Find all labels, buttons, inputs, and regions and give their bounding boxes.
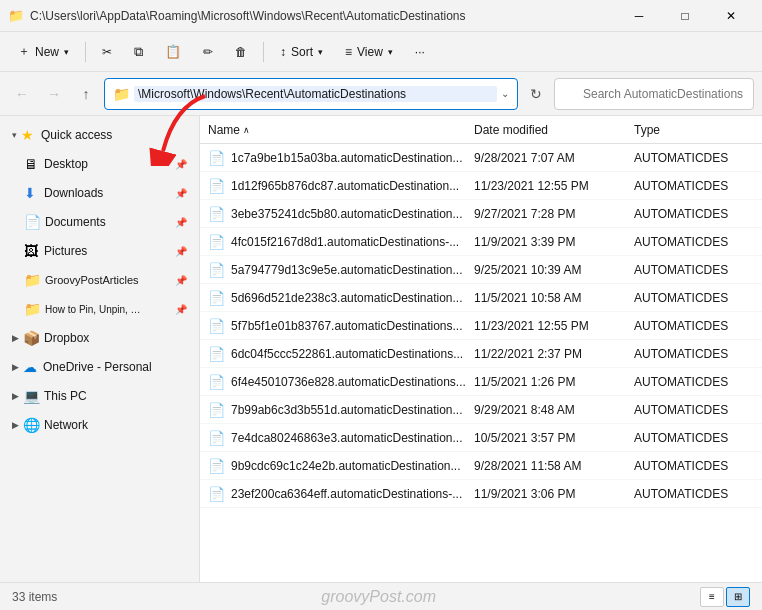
paste-button[interactable]: 📋 (155, 36, 191, 68)
address-text: \Microsoft\Windows\Recent\AutomaticDesti… (134, 86, 497, 102)
file-date: 11/9/2021 3:06 PM (474, 487, 634, 501)
file-date: 9/29/2021 8:48 AM (474, 403, 634, 417)
sidebar-item-downloads[interactable]: ⬇ Downloads 📌 (4, 179, 195, 207)
cut-button[interactable]: ✂ (92, 36, 122, 68)
file-list-header: Name ∧ Date modified Type (200, 116, 762, 144)
details-view-button[interactable]: ≡ (700, 587, 724, 607)
rename-button[interactable]: ✏ (193, 36, 223, 68)
file-name: 5f7b5f1e01b83767.automaticDestinations..… (231, 319, 474, 333)
file-type: AUTOMATICDES (634, 375, 754, 389)
pin-icon-desktop: 📌 (175, 159, 187, 170)
file-icon: 📄 (208, 206, 225, 222)
file-type: AUTOMATICDES (634, 179, 754, 193)
sidebar-section-dropbox[interactable]: ▶ 📦 Dropbox (4, 324, 195, 352)
table-row[interactable]: 📄 5d696d521de238c3.automaticDestination.… (200, 284, 762, 312)
thispc-icon: 💻 (23, 388, 40, 404)
maximize-button[interactable]: □ (662, 0, 708, 32)
network-icon: 🌐 (23, 417, 40, 433)
file-date: 11/9/2021 3:39 PM (474, 235, 634, 249)
table-row[interactable]: 📄 5f7b5f1e01b83767.automaticDestinations… (200, 312, 762, 340)
onedrive-icon: ☁ (23, 359, 39, 375)
sort-button[interactable]: ↕ Sort ▾ (270, 36, 333, 68)
pin-icon-groovypost: 📌 (175, 275, 187, 286)
sidebar-section-quick-access[interactable]: ▾ ★ Quick access (4, 121, 195, 149)
rename-icon: ✏ (203, 45, 213, 59)
table-row[interactable]: 📄 9b9cdc69c1c24e2b.automaticDestination.… (200, 452, 762, 480)
table-row[interactable]: 📄 6dc04f5ccc522861.automaticDestinations… (200, 340, 762, 368)
address-bar: ← → ↑ 📁 \Microsoft\Windows\Recent\Automa… (0, 72, 762, 116)
table-row[interactable]: 📄 23ef200ca6364eff.automaticDestinations… (200, 480, 762, 508)
table-row[interactable]: 📄 7e4dca80246863e3.automaticDestination.… (200, 424, 762, 452)
table-row[interactable]: 📄 7b99ab6c3d3b551d.automaticDestination.… (200, 396, 762, 424)
title-bar: 📁 C:\Users\lori\AppData\Roaming\Microsof… (0, 0, 762, 32)
sidebar-item-desktop[interactable]: 🖥 Desktop 📌 (4, 150, 195, 178)
up-button[interactable]: ↑ (72, 80, 100, 108)
address-bar-input[interactable]: 📁 \Microsoft\Windows\Recent\AutomaticDes… (104, 78, 518, 110)
new-button[interactable]: ＋ New ▾ (8, 36, 79, 68)
groovypost-icon: 📁 (24, 272, 41, 288)
quick-access-star-icon: ★ (21, 127, 37, 143)
minimize-button[interactable]: ─ (616, 0, 662, 32)
search-input[interactable] (554, 78, 754, 110)
file-icon: 📄 (208, 318, 225, 334)
table-row[interactable]: 📄 4fc015f2167d8d1.automaticDestinations-… (200, 228, 762, 256)
delete-button[interactable]: 🗑 (225, 36, 257, 68)
file-name: 1d12f965b876dc87.automaticDestination... (231, 179, 474, 193)
column-name-header[interactable]: Name ∧ (208, 123, 474, 137)
file-name: 7b99ab6c3d3b551d.automaticDestination... (231, 403, 474, 417)
sidebar-item-pictures[interactable]: 🖼 Pictures 📌 (4, 237, 195, 265)
table-row[interactable]: 📄 1c7a9be1b15a03ba.automaticDestination.… (200, 144, 762, 172)
view-toggle-buttons: ≡ ⊞ (700, 587, 750, 607)
pin-icon-downloads: 📌 (175, 188, 187, 199)
table-row[interactable]: 📄 6f4e45010736e828.automaticDestinations… (200, 368, 762, 396)
column-type-header[interactable]: Type (634, 123, 754, 137)
address-chevron-icon[interactable]: ⌄ (501, 88, 509, 99)
column-date-header[interactable]: Date modified (474, 123, 634, 137)
file-date: 9/28/2021 11:58 AM (474, 459, 634, 473)
sidebar-item-groovypost[interactable]: 📁 GroovyPostArticles 📌 (4, 266, 195, 294)
file-type: AUTOMATICDES (634, 487, 754, 501)
window-controls: ─ □ ✕ (616, 0, 754, 32)
file-area: Name ∧ Date modified Type 📄 1c7a9be1b15a… (200, 116, 762, 582)
main-container: ▾ ★ Quick access 🖥 Desktop 📌 ⬇ Downloads… (0, 116, 762, 582)
sort-icon: ↕ (280, 45, 286, 59)
sidebar-item-documents[interactable]: 📄 Documents 📌 (4, 208, 195, 236)
back-button[interactable]: ← (8, 80, 36, 108)
documents-icon: 📄 (24, 214, 41, 230)
file-date: 11/23/2021 12:55 PM (474, 319, 634, 333)
watermark-text: groovyPost.com (65, 588, 692, 606)
file-icon: 📄 (208, 430, 225, 446)
close-button[interactable]: ✕ (708, 0, 754, 32)
file-date: 11/5/2021 1:26 PM (474, 375, 634, 389)
view-button[interactable]: ≡ View ▾ (335, 36, 403, 68)
refresh-button[interactable]: ↻ (522, 80, 550, 108)
copy-button[interactable]: ⧉ (124, 36, 153, 68)
cut-icon: ✂ (102, 45, 112, 59)
onedrive-chevron: ▶ (12, 362, 19, 372)
table-row[interactable]: 📄 5a794779d13c9e5e.automaticDestination.… (200, 256, 762, 284)
table-row[interactable]: 📄 1d12f965b876dc87.automaticDestination.… (200, 172, 762, 200)
more-button[interactable]: ··· (405, 36, 435, 68)
file-name: 5a794779d13c9e5e.automaticDestination... (231, 263, 474, 277)
desktop-icon: 🖥 (24, 156, 40, 172)
sidebar-item-howtopin[interactable]: 📁 How to Pin, Unpin, Hide, and Re 📌 (4, 295, 195, 323)
separator-1 (85, 42, 86, 62)
table-row[interactable]: 📄 3ebe375241dc5b80.automaticDestination.… (200, 200, 762, 228)
file-icon: 📄 (208, 150, 225, 166)
file-name: 3ebe375241dc5b80.automaticDestination... (231, 207, 474, 221)
sidebar-section-network[interactable]: ▶ 🌐 Network (4, 411, 195, 439)
tiles-view-button[interactable]: ⊞ (726, 587, 750, 607)
forward-button[interactable]: → (40, 80, 68, 108)
sort-arrow-icon: ∧ (243, 125, 250, 135)
file-type: AUTOMATICDES (634, 459, 754, 473)
file-icon: 📄 (208, 402, 225, 418)
sidebar-section-thispc[interactable]: ▶ 💻 This PC (4, 382, 195, 410)
pin-icon-documents: 📌 (175, 217, 187, 228)
copy-icon: ⧉ (134, 44, 143, 60)
file-type: AUTOMATICDES (634, 319, 754, 333)
folder-icon: 📁 (8, 8, 24, 23)
file-date: 11/23/2021 12:55 PM (474, 179, 634, 193)
new-icon: ＋ (18, 43, 30, 60)
sidebar-section-onedrive[interactable]: ▶ ☁ OneDrive - Personal (4, 353, 195, 381)
file-date: 10/5/2021 3:57 PM (474, 431, 634, 445)
